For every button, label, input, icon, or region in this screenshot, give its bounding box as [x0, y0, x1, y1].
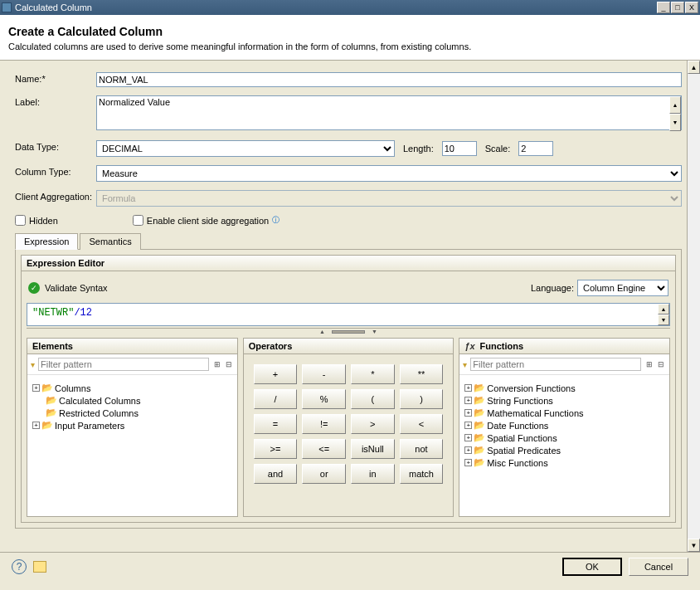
info-icon[interactable]: ⓘ	[272, 215, 280, 226]
functions-filter-input[interactable]	[470, 358, 641, 371]
enable-clientagg-checkbox[interactable]	[133, 215, 143, 226]
expression-spinner[interactable]: ▲▼	[658, 304, 669, 325]
tree-item-input-parameters[interactable]: + 📂 Input Parameters	[32, 419, 232, 432]
operator-button[interactable]: /	[254, 389, 298, 409]
expand-all-icon[interactable]: ⊞	[212, 360, 222, 368]
expand-all-icon[interactable]: ⊞	[644, 360, 654, 368]
operator-button[interactable]: >	[351, 414, 395, 434]
cancel-button[interactable]: Cancel	[629, 558, 688, 576]
page-title: Create a Calculated Column	[8, 25, 692, 38]
tab-semantics[interactable]: Semantics	[80, 233, 140, 250]
operator-button[interactable]: >=	[254, 439, 298, 459]
operator-button[interactable]: (	[351, 389, 395, 409]
datatype-select[interactable]: DECIMAL	[96, 140, 395, 157]
elements-filter-input[interactable]	[38, 358, 209, 371]
folder-icon: 📂	[474, 445, 485, 456]
note-icon[interactable]	[33, 561, 46, 573]
tree-item-function-category[interactable]: +📂Spatial Functions	[464, 432, 664, 444]
name-label: Name:*	[15, 72, 96, 84]
tree-item-function-category[interactable]: +📂Misc Functions	[464, 456, 664, 469]
folder-icon: 📂	[474, 420, 485, 431]
expander-icon[interactable]: +	[464, 446, 472, 454]
tab-expression[interactable]: Expression	[15, 233, 78, 250]
tree-item-columns[interactable]: + 📂 Columns	[32, 382, 232, 394]
tree-item-function-category[interactable]: +📂Date Functions	[464, 419, 664, 432]
expander-icon[interactable]: +	[464, 434, 472, 441]
operator-button[interactable]: <=	[302, 439, 346, 459]
clientagg-label: Client Aggregation:	[15, 190, 96, 202]
dialog-footer: ? OK Cancel	[0, 552, 700, 580]
expander-icon[interactable]: +	[464, 459, 472, 466]
language-select[interactable]: Column Engine	[577, 280, 668, 296]
operator-button[interactable]: =	[254, 414, 298, 434]
titlebar[interactable]: Calculated Column _ □ X	[0, 0, 700, 15]
functions-title: Functions	[480, 341, 524, 351]
horizontal-splitter[interactable]: ▲▼	[27, 328, 670, 334]
filter-icon: ▾	[31, 360, 35, 369]
page-subtitle: Calculated columns are used to derive so…	[8, 41, 692, 51]
length-input[interactable]	[442, 141, 477, 156]
help-icon[interactable]: ?	[12, 559, 27, 574]
enable-clientagg-wrap[interactable]: Enable client side aggregation ⓘ	[133, 215, 280, 226]
expression-editor-title: Expression Editor	[22, 256, 675, 271]
scale-input[interactable]	[518, 141, 553, 156]
label-spinner[interactable]: ▲▼	[669, 96, 681, 131]
elements-panel: Elements ▾ ⊞ ⊟ +	[27, 338, 238, 517]
operator-button[interactable]: not	[400, 439, 444, 459]
expression-textarea[interactable]: "NETWR"/12	[27, 303, 670, 326]
operator-button[interactable]: **	[400, 364, 444, 384]
expander-icon[interactable]: +	[464, 397, 472, 404]
operator-button[interactable]: )	[400, 389, 444, 409]
columntype-select[interactable]: Measure	[96, 165, 682, 182]
collapse-all-icon[interactable]: ⊟	[656, 360, 666, 368]
operator-button[interactable]: match	[400, 464, 444, 484]
expander-icon[interactable]: +	[32, 422, 40, 429]
vertical-scrollbar[interactable]: ▲ ▼	[687, 61, 700, 552]
tree-item-restricted-columns[interactable]: 📂 Restricted Columns	[32, 407, 232, 419]
operator-button[interactable]: !=	[302, 414, 346, 434]
folder-icon: 📂	[474, 407, 485, 418]
folder-icon: 📂	[41, 420, 53, 431]
operators-title: Operators	[244, 339, 454, 354]
operator-button[interactable]: isNull	[351, 439, 395, 459]
scroll-down-arrow[interactable]: ▼	[688, 539, 700, 552]
operator-button[interactable]: or	[302, 464, 346, 484]
operator-button[interactable]: in	[351, 464, 395, 484]
minimize-button[interactable]: _	[657, 2, 670, 13]
expander-icon[interactable]: +	[464, 384, 472, 392]
operator-button[interactable]: %	[302, 389, 346, 409]
tree-item-function-category[interactable]: +📂Mathematical Functions	[464, 407, 664, 419]
folder-icon: 📂	[41, 383, 53, 393]
operator-button[interactable]: and	[254, 464, 298, 484]
tree-item-function-category[interactable]: +📂Spatial Predicates	[464, 444, 664, 456]
expander-icon[interactable]: +	[464, 409, 472, 417]
label-label: Label:	[15, 95, 96, 107]
label-textarea[interactable]: Normalized Value	[96, 95, 682, 130]
operator-button[interactable]: +	[254, 364, 298, 384]
clientagg-select: Formula	[96, 190, 682, 207]
close-button[interactable]: X	[685, 2, 698, 13]
expander-icon[interactable]: +	[464, 422, 472, 429]
scroll-up-arrow[interactable]: ▲	[688, 61, 700, 74]
tree-item-function-category[interactable]: +📂String Functions	[464, 394, 664, 407]
operator-button[interactable]: <	[400, 414, 444, 434]
functions-panel: ƒx Functions ▾ ⊞ ⊟ +📂Convers	[459, 338, 670, 517]
hidden-checkbox[interactable]	[15, 215, 26, 226]
fx-icon: ƒx	[464, 341, 474, 351]
maximize-button[interactable]: □	[671, 2, 684, 13]
tree-item-calculated-columns[interactable]: 📂 Calculated Columns	[32, 394, 232, 407]
ok-button[interactable]: OK	[562, 558, 622, 576]
hidden-checkbox-wrap[interactable]: Hidden	[15, 215, 58, 226]
name-input[interactable]	[96, 72, 682, 87]
collapse-all-icon[interactable]: ⊟	[224, 360, 234, 368]
filter-icon: ▾	[463, 360, 467, 369]
validate-syntax-link[interactable]: Validate Syntax	[45, 283, 108, 293]
operator-button[interactable]: *	[351, 364, 395, 384]
length-label: Length:	[400, 144, 437, 154]
scale-label: Scale:	[482, 144, 514, 154]
operator-button[interactable]: -	[302, 364, 346, 384]
check-icon: ✓	[28, 282, 40, 294]
columntype-label: Column Type:	[15, 165, 96, 177]
expander-icon[interactable]: +	[32, 384, 40, 392]
tree-item-function-category[interactable]: +📂Conversion Functions	[464, 382, 664, 394]
